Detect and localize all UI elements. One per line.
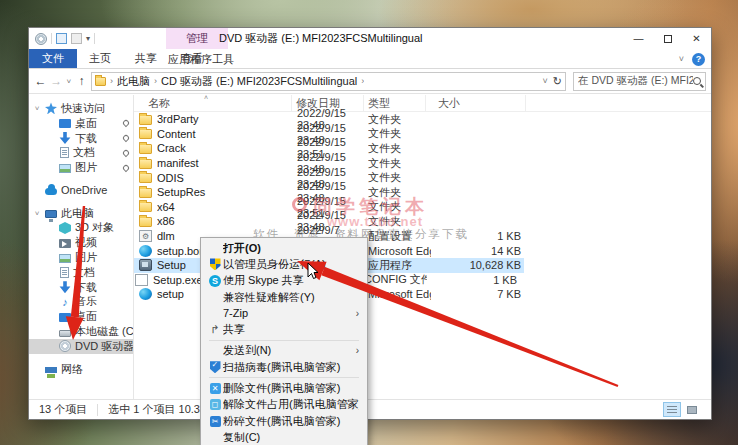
sidebar-quick-access[interactable]: ˅快速访问 xyxy=(29,101,133,116)
sidebar-item-pictures[interactable]: 图片 xyxy=(29,160,133,175)
breadcrumb-current[interactable]: CD 驱动器 (E:) MFI2023FCSMultilingual xyxy=(161,74,357,89)
file-row[interactable]: ODIS2022/9/15 23:48文件夹 xyxy=(134,170,711,185)
expand-ribbon-icon[interactable]: ˅ xyxy=(679,54,684,64)
tab-file[interactable]: 文件 xyxy=(29,49,77,68)
menu-item-copy[interactable]: 复制(C) xyxy=(201,429,367,445)
breadcrumb: 此电脑 › CD 驱动器 (E:) MFI2023FCSMultilingual… xyxy=(117,74,364,89)
sidebar-item-music[interactable]: ♪音乐 xyxy=(29,295,133,310)
sidebar-item-desktop[interactable]: 桌面 xyxy=(29,116,133,131)
search-box[interactable]: 在 DVD 驱动器 (E:) MFI202... xyxy=(573,72,706,91)
recent-locations-dropdown[interactable]: ˅ xyxy=(66,77,72,86)
status-bar: 13 个项目 选中 1 个项目 10.3 MB xyxy=(29,399,711,419)
config-file-icon xyxy=(135,274,148,286)
maximize-button[interactable] xyxy=(653,28,682,49)
up-button[interactable]: ↑ xyxy=(75,74,88,88)
sidebar-item-documents[interactable]: 文档 xyxy=(29,145,133,160)
desktop-icon xyxy=(59,313,71,322)
videos-icon xyxy=(59,239,71,248)
chevron-down-icon[interactable]: ˅ xyxy=(33,209,41,218)
sidebar-item-local-disk-c[interactable]: 本地磁盘 (C:) xyxy=(29,324,133,339)
pin-icon xyxy=(122,163,130,171)
menu-item-7zip[interactable]: 7-Zip› xyxy=(201,305,367,321)
column-header-type[interactable]: 类型 xyxy=(364,95,426,111)
tencent-shield-icon xyxy=(210,361,221,373)
sidebar-item-downloads-pc[interactable]: 下载 xyxy=(29,280,133,295)
menu-item-open[interactable]: 打开(O) xyxy=(201,240,367,256)
customize-qat-dropdown[interactable]: ▾ xyxy=(86,34,90,43)
thumbnail-view-button[interactable] xyxy=(683,402,701,417)
new-folder-button[interactable] xyxy=(71,33,82,44)
sidebar-item-videos[interactable]: 视频 xyxy=(29,235,133,250)
column-headers: ˄名称 修改日期 类型 大小 xyxy=(134,95,711,112)
navigation-pane: ˅快速访问 桌面 下载 文档 图片 OneDrive ˅此电脑 3D 对象 视频… xyxy=(29,95,134,399)
download-icon xyxy=(59,132,71,144)
breadcrumb-separator: › xyxy=(154,76,157,86)
menu-item-send-to[interactable]: 发送到(N)› xyxy=(201,343,367,359)
sidebar-onedrive[interactable]: OneDrive xyxy=(29,183,133,198)
file-row[interactable]: x642022/9/15 23:51文件夹 xyxy=(134,200,711,215)
folder-icon xyxy=(139,115,152,125)
pin-icon xyxy=(122,149,130,157)
file-row[interactable]: x862022/9/15 23:48文件夹 xyxy=(134,214,711,229)
maximize-icon xyxy=(664,35,672,43)
dvd-drive-icon xyxy=(35,33,47,45)
file-row[interactable]: Crack2022/9/15 23:51文件夹 xyxy=(134,141,711,156)
refresh-icon[interactable]: ↻ xyxy=(553,75,562,88)
tab-application-tools[interactable]: 应用程序工具 xyxy=(156,49,246,69)
title-bar: ▾ 管理 DVD 驱动器 (E:) MFI2023FCSMultilingual… xyxy=(29,28,711,49)
menu-item-share[interactable]: ↱共享 xyxy=(201,321,367,337)
search-icon xyxy=(693,77,701,85)
properties-button[interactable] xyxy=(56,33,67,44)
menu-item-shred-file[interactable]: ✂粉碎文件(腾讯电脑管家) xyxy=(201,413,367,429)
menu-item-run-as-admin[interactable]: 以管理员身份运行(A) xyxy=(201,256,367,272)
3d-objects-icon xyxy=(59,222,71,234)
onedrive-icon xyxy=(45,188,57,195)
minimize-button[interactable]: — xyxy=(624,28,653,49)
folder-icon xyxy=(139,159,152,169)
sidebar-item-desktop-pc[interactable]: 桌面 xyxy=(29,309,133,324)
share-icon: ↱ xyxy=(210,323,219,336)
sidebar-this-pc[interactable]: ˅此电脑 xyxy=(29,206,133,221)
dvd-drive-icon xyxy=(59,340,71,352)
file-row[interactable]: SetupRes2022/9/15 23:48文件夹 xyxy=(134,185,711,200)
file-row[interactable]: Content2022/9/15 23:48文件夹 xyxy=(134,127,711,142)
folder-icon xyxy=(139,144,152,154)
column-header-size[interactable]: 大小 xyxy=(426,95,526,111)
breadcrumb-this-pc[interactable]: 此电脑 xyxy=(117,74,150,89)
menu-item-troubleshoot-compatibility[interactable]: 兼容性疑难解答(Y) xyxy=(201,289,367,305)
sidebar-item-pictures-pc[interactable]: 图片 xyxy=(29,250,133,265)
menu-item-delete-file[interactable]: ✕删除文件(腾讯电脑管家) xyxy=(201,380,367,396)
sidebar-item-documents-pc[interactable]: 文档 xyxy=(29,265,133,280)
sidebar-item-3d-objects[interactable]: 3D 对象 xyxy=(29,221,133,236)
file-row[interactable]: 3rdParty2022/9/15 23:48文件夹 xyxy=(134,112,711,127)
menu-item-unlock-file[interactable]: ◻解除文件占用(腾讯电脑管家) xyxy=(201,397,367,413)
details-view-button[interactable] xyxy=(663,402,681,417)
file-row[interactable]: manifest2022/9/15 23:48文件夹 xyxy=(134,156,711,171)
sidebar-network[interactable]: 网络 xyxy=(29,362,133,377)
folder-icon xyxy=(139,188,152,198)
breadcrumb-separator: › xyxy=(110,76,113,86)
address-dropdown-icon[interactable]: ˅ xyxy=(543,76,548,86)
submenu-arrow-icon: › xyxy=(356,308,359,319)
column-header-name[interactable]: ˄名称 xyxy=(134,95,292,111)
settings-file-icon: ⚙ xyxy=(139,230,152,242)
help-icon[interactable]: ? xyxy=(692,53,705,66)
window-title: DVD 驱动器 (E:) MFI2023FCSMultilingual xyxy=(219,28,423,49)
tab-home[interactable]: 主页 xyxy=(77,49,123,68)
sidebar-item-downloads[interactable]: 下载 xyxy=(29,131,133,146)
pictures-icon xyxy=(59,254,71,263)
forward-button[interactable]: → xyxy=(50,74,63,88)
divider xyxy=(97,404,98,416)
sort-ascending-icon: ˄ xyxy=(204,95,208,101)
chevron-down-icon[interactable]: ˅ xyxy=(33,104,41,113)
document-icon xyxy=(60,147,69,158)
menu-item-share-skype[interactable]: S使用 Skype 共享 xyxy=(201,273,367,289)
address-bar[interactable]: › 此电脑 › CD 驱动器 (E:) MFI2023FCSMultilingu… xyxy=(91,72,566,91)
back-button[interactable]: ← xyxy=(34,74,47,88)
item-count: 13 个项目 xyxy=(39,402,87,417)
close-button[interactable]: ✕ xyxy=(682,28,711,49)
location-icon xyxy=(95,77,106,86)
document-icon xyxy=(60,267,69,278)
menu-item-scan-virus[interactable]: 扫描病毒(腾讯电脑管家) xyxy=(201,359,367,375)
sidebar-item-dvd-drive[interactable]: DVD 驱动器 (E:) M xyxy=(29,339,133,354)
